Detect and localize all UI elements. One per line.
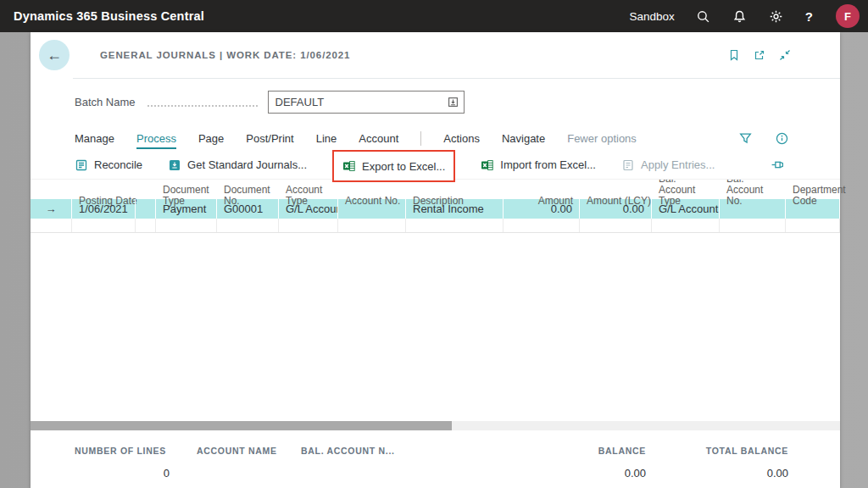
help-icon[interactable]: ? [805, 9, 813, 24]
empty-cell [504, 219, 580, 232]
collapse-icon[interactable] [778, 48, 792, 62]
topbar-right: Sandbox ? F [630, 4, 860, 28]
get-standard-journals-icon [168, 158, 181, 172]
balance-value: 0.00 [570, 467, 646, 480]
page-title: GENERAL JOURNALS | WORK DATE: 1/06/2021 [100, 50, 350, 60]
settings-gear-icon[interactable] [769, 8, 784, 24]
bookmark-icon[interactable] [727, 48, 741, 62]
general-journals-card: ← GENERAL JOURNALS | WORK DATE: 1/06/202… [31, 32, 840, 488]
card-header: ← GENERAL JOURNALS | WORK DATE: 1/06/202… [31, 32, 840, 78]
empty-cell [406, 219, 504, 232]
bal-account-name-block: BAL. ACCOUNT N... [301, 446, 411, 467]
batch-name-input[interactable]: DEFAULT [268, 91, 465, 114]
empty-cell [580, 219, 652, 232]
get-standard-journals-button[interactable]: Get Standard Journals... [168, 158, 307, 172]
scrollbar-thumb[interactable] [31, 421, 452, 430]
info-icon[interactable] [775, 131, 789, 146]
empty-cell [217, 219, 279, 232]
horizontal-scrollbar[interactable] [31, 421, 840, 430]
empty-cell [31, 219, 72, 232]
cell-account-type[interactable]: G/L Account [279, 199, 338, 219]
menu-actions[interactable]: Actions [443, 132, 480, 145]
bal-account-name-label: BAL. ACCOUNT N... [301, 446, 411, 456]
apply-entries-button[interactable]: Apply Entries... [621, 158, 715, 172]
batch-name-label: Batch Name [75, 96, 136, 108]
empty-cell [136, 219, 156, 232]
totals-footer: NUMBER OF LINES 0 ACCOUNT NAME BAL. ACCO… [31, 430, 840, 488]
import-from-excel-label: Import from Excel... [500, 158, 596, 171]
action-menu-bar: Manage Process Page Post/Print Line Acco… [75, 125, 789, 151]
cell-account-no[interactable] [338, 199, 406, 219]
journal-row-empty[interactable] [31, 219, 840, 233]
search-icon[interactable] [696, 8, 711, 24]
cell-document-type[interactable]: Payment [156, 199, 217, 219]
menu-fewer-options[interactable]: Fewer options [567, 132, 637, 145]
journal-lines-grid: Posting Date Document Type Document No. … [31, 174, 840, 233]
process-toolbar: Reconcile Get Standard Journals... [31, 151, 840, 180]
menu-line[interactable]: Line [316, 132, 337, 145]
reconcile-button[interactable]: Reconcile [75, 158, 142, 172]
account-name-block: ACCOUNT NAME [197, 446, 281, 467]
empty-cell [72, 219, 136, 232]
cell-bal-account-no[interactable] [720, 199, 786, 219]
menu-divider [420, 131, 421, 146]
get-standard-journals-label: Get Standard Journals... [187, 158, 307, 171]
total-balance-label: TOTAL BALANCE [687, 446, 788, 456]
menu-process[interactable]: Process [136, 132, 176, 145]
journal-row-selected[interactable]: → 1/06/2021 Payment G00001 G/L Account R… [31, 199, 840, 219]
balance-block: BALANCE 0.00 [570, 446, 646, 480]
apply-entries-label: Apply Entries... [641, 158, 715, 171]
reconcile-label: Reconcile [94, 158, 142, 171]
page-background: ← GENERAL JOURNALS | WORK DATE: 1/06/202… [0, 32, 868, 488]
reconcile-icon [75, 158, 88, 172]
screen: Dynamics 365 Business Central Sandbox [0, 0, 868, 488]
cell-department-code[interactable] [786, 199, 840, 219]
menu-navigate[interactable]: Navigate [502, 132, 545, 145]
cell-amount[interactable]: 0.00 [504, 199, 580, 219]
header-divider [73, 78, 840, 79]
excel-icon [481, 158, 494, 172]
balance-label: BALANCE [570, 446, 646, 456]
empty-cell [786, 219, 840, 232]
number-of-lines-block: NUMBER OF LINES 0 [75, 446, 170, 480]
menu-manage[interactable]: Manage [75, 132, 114, 145]
menu-post-print[interactable]: Post/Print [246, 132, 293, 145]
cell-description[interactable]: Rental Income [406, 199, 504, 219]
notifications-bell-icon[interactable] [732, 8, 748, 24]
row-marker-icon: → [31, 199, 72, 219]
cell-amount-lcy[interactable]: 0.00 [580, 199, 652, 219]
export-to-excel-button[interactable]: Export to Excel... [332, 150, 455, 182]
export-to-excel-label: Export to Excel... [362, 160, 445, 173]
batch-name-row: Batch Name DEFAULT [75, 90, 840, 114]
avatar[interactable]: F [836, 4, 860, 28]
menu-account[interactable]: Account [359, 132, 398, 145]
empty-cell [720, 219, 786, 232]
cell-posting-date[interactable]: 1/06/2021 [72, 199, 136, 219]
empty-cell [279, 219, 338, 232]
empty-cell [338, 219, 406, 232]
menu-page[interactable]: Page [198, 132, 224, 145]
dotted-leader [147, 97, 258, 107]
app-title[interactable]: Dynamics 365 Business Central [14, 9, 204, 23]
batch-name-value: DEFAULT [275, 96, 448, 108]
pin-icon[interactable] [771, 158, 785, 172]
cell-bal-account-type[interactable]: G/L Account [652, 199, 720, 219]
filter-icon[interactable] [738, 131, 753, 146]
cell-gap [136, 199, 156, 219]
back-arrow-icon: ← [47, 47, 62, 64]
open-in-new-window-icon[interactable] [753, 48, 766, 62]
apply-entries-icon [621, 158, 635, 172]
grid-empty-area [31, 233, 840, 421]
excel-icon [342, 159, 356, 173]
total-balance-block: TOTAL BALANCE 0.00 [687, 446, 788, 480]
account-name-label: ACCOUNT NAME [197, 446, 281, 456]
total-balance-value: 0.00 [687, 467, 788, 480]
import-from-excel-button[interactable]: Import from Excel... [481, 158, 596, 172]
cell-document-no[interactable]: G00001 [217, 199, 279, 219]
environment-label[interactable]: Sandbox [630, 10, 675, 23]
empty-cell [652, 219, 720, 232]
topbar: Dynamics 365 Business Central Sandbox [0, 0, 868, 32]
lookup-icon[interactable] [448, 97, 459, 108]
back-button[interactable]: ← [39, 40, 70, 70]
number-of-lines-label: NUMBER OF LINES [75, 446, 170, 456]
